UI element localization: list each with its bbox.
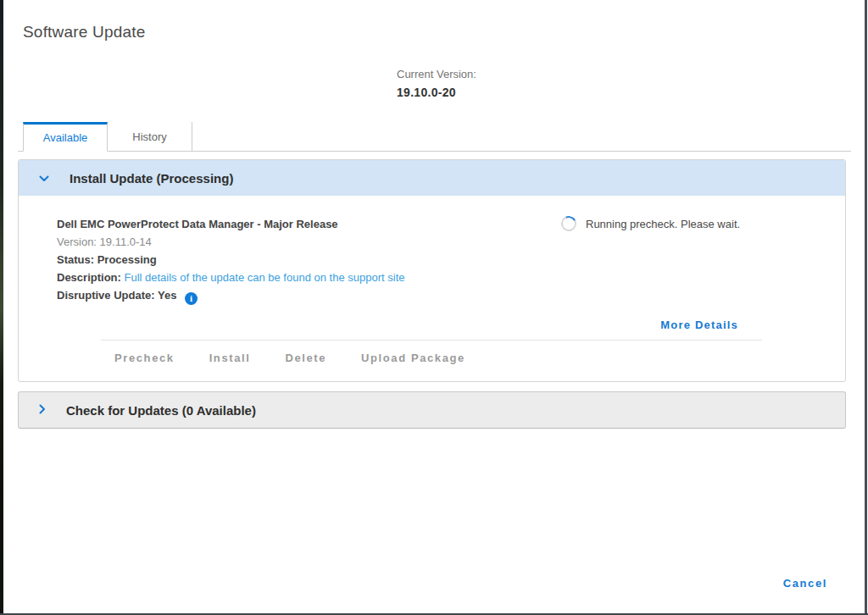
more-details-row: More Details bbox=[57, 317, 845, 332]
install-update-panel-header[interactable]: Install Update (Processing) bbox=[19, 160, 845, 196]
tab-available[interactable]: Available bbox=[23, 122, 108, 152]
background-edge-right bbox=[865, 0, 867, 615]
more-details-link[interactable]: More Details bbox=[660, 319, 738, 331]
support-site-link[interactable]: Full details of the update can be found … bbox=[124, 271, 404, 284]
dialog-title: Software Update bbox=[23, 23, 865, 42]
tab-bar: Available History bbox=[18, 122, 851, 152]
chevron-right-icon bbox=[39, 402, 46, 418]
install-update-panel-body: Dell EMC PowerProtect Data Manager - Maj… bbox=[19, 196, 845, 381]
install-update-panel: Install Update (Processing) Dell EMC Pow… bbox=[18, 159, 846, 382]
chevron-down-icon bbox=[39, 170, 49, 186]
disruptive-update-label: Disruptive Update: Yes bbox=[57, 289, 176, 302]
tab-history[interactable]: History bbox=[108, 122, 192, 151]
precheck-progress-text: Running precheck. Please wait. bbox=[586, 218, 740, 230]
install-update-panel-title: Install Update (Processing) bbox=[70, 171, 233, 186]
actions-row: Precheck Install Delete Upload Package bbox=[57, 341, 845, 381]
check-for-updates-title: Check for Updates (0 Available) bbox=[66, 403, 256, 418]
install-button[interactable]: Install bbox=[209, 352, 251, 364]
package-description-row: Description: Full details of the update … bbox=[57, 271, 845, 285]
precheck-progress: Running precheck. Please wait. bbox=[561, 216, 740, 231]
disruptive-update-row: Disruptive Update: Yes i bbox=[57, 289, 845, 305]
precheck-button[interactable]: Precheck bbox=[114, 352, 175, 364]
delete-button[interactable]: Delete bbox=[285, 352, 326, 364]
tab-history-label: History bbox=[132, 130, 166, 143]
software-update-dialog: Software Update Current Version: 19.10.0… bbox=[3, 0, 865, 613]
package-status: Status: Processing bbox=[57, 253, 845, 267]
current-version-value: 19.10.0-20 bbox=[397, 86, 865, 99]
cancel-button[interactable]: Cancel bbox=[783, 577, 827, 590]
tab-available-label: Available bbox=[43, 131, 88, 144]
spinner-icon bbox=[559, 213, 578, 233]
background-edge-left bbox=[0, 0, 3, 615]
package-version: Version: 19.11.0-14 bbox=[57, 235, 845, 249]
current-version-label: Current Version: bbox=[397, 68, 865, 80]
description-label: Description: bbox=[57, 271, 121, 284]
info-icon[interactable]: i bbox=[185, 292, 198, 305]
check-for-updates-panel[interactable]: Check for Updates (0 Available) bbox=[18, 391, 846, 429]
current-version-block: Current Version: 19.10.0-20 bbox=[397, 68, 865, 99]
upload-package-button[interactable]: Upload Package bbox=[361, 352, 465, 364]
